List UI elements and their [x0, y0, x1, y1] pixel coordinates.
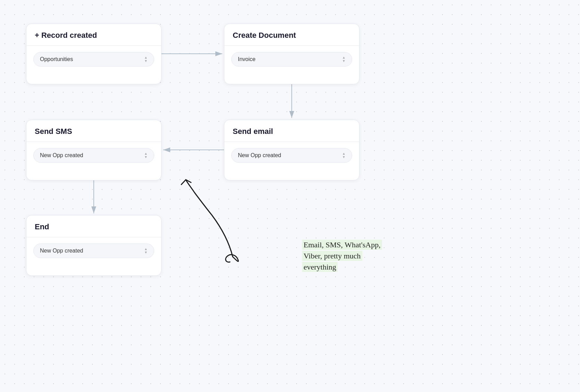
chevron-updown-icon: ▲▼	[144, 152, 148, 159]
send-email-select[interactable]: New Opp created ▲▼	[231, 148, 352, 163]
send-sms-card[interactable]: Send SMS New Opp created ▲▼	[26, 120, 161, 180]
chevron-updown-icon: ▲▼	[144, 56, 148, 63]
annotation-line3: everything	[302, 262, 338, 272]
annotation-line2: Viber, pretty much	[302, 251, 362, 261]
end-header: End	[26, 215, 161, 237]
record-created-title: + Record created	[35, 31, 97, 40]
send-email-select-value: New Opp created	[238, 152, 281, 159]
create-document-title: Create Document	[233, 31, 296, 40]
create-document-header: Create Document	[224, 24, 359, 46]
send-sms-body: New Opp created ▲▼	[26, 142, 161, 169]
record-created-select-value: Opportunities	[40, 56, 73, 62]
record-created-card[interactable]: + Record created Opportunities ▲▼	[26, 24, 161, 84]
end-select-value: New Opp created	[40, 248, 83, 254]
chevron-updown-icon: ▲▼	[342, 152, 346, 159]
send-sms-title: Send SMS	[35, 127, 72, 136]
chevron-updown-icon: ▲▼	[144, 247, 148, 254]
create-document-body: Invoice ▲▼	[224, 46, 359, 73]
end-select[interactable]: New Opp created ▲▼	[33, 244, 154, 258]
end-body: New Opp created ▲▼	[26, 237, 161, 264]
send-email-header: Send email	[224, 120, 359, 142]
annotation-line1: Email, SMS, What'sApp,	[302, 240, 382, 250]
create-document-card[interactable]: Create Document Invoice ▲▼	[224, 24, 359, 84]
end-title: End	[35, 222, 49, 231]
create-document-select-value: Invoice	[238, 56, 256, 62]
send-sms-select[interactable]: New Opp created ▲▼	[33, 148, 154, 163]
workflow-canvas: + Record created Opportunities ▲▼ Create…	[0, 0, 580, 392]
hand-drawn-arrow	[167, 167, 271, 264]
end-card[interactable]: End New Opp created ▲▼	[26, 215, 161, 276]
send-email-title: Send email	[233, 127, 273, 136]
send-email-body: New Opp created ▲▼	[224, 142, 359, 169]
record-created-header: + Record created	[26, 24, 161, 46]
send-sms-select-value: New Opp created	[40, 152, 83, 159]
record-created-select[interactable]: Opportunities ▲▼	[33, 52, 154, 67]
record-created-body: Opportunities ▲▼	[26, 46, 161, 73]
annotation-text: Email, SMS, What'sApp, Viber, pretty muc…	[302, 239, 382, 273]
create-document-select[interactable]: Invoice ▲▼	[231, 52, 352, 67]
send-sms-header: Send SMS	[26, 120, 161, 142]
chevron-updown-icon: ▲▼	[342, 56, 346, 63]
